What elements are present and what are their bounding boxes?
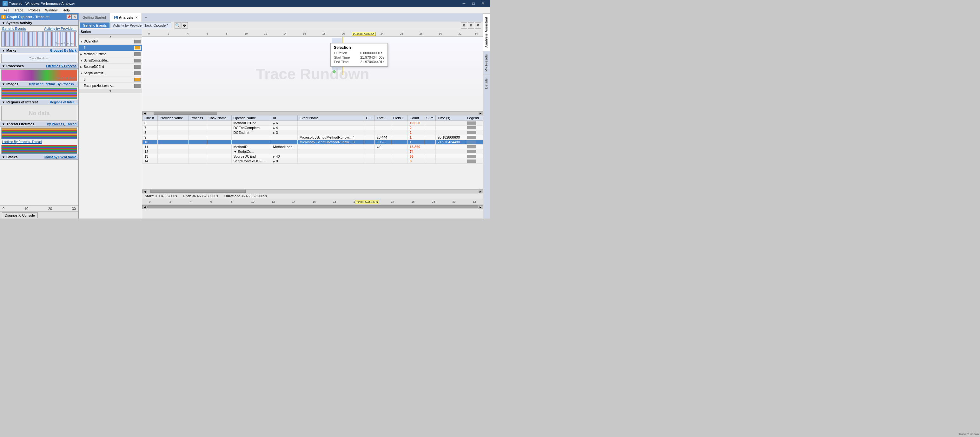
analysis-panel-tile-button[interactable]: ⊟ (468, 22, 474, 28)
table-row[interactable]: 6 MethodDCEnd ▶6 19,050 (143, 120, 483, 125)
series-item-methodruntime[interactable]: ▶ MethodRuntime (79, 51, 142, 57)
col-header-task[interactable]: Task Name (207, 115, 231, 120)
col-header-field1[interactable]: Field 1 (391, 115, 408, 120)
col-header-event[interactable]: Event Name (298, 115, 364, 120)
menu-file[interactable]: File (1, 8, 12, 13)
generic-events-label[interactable]: Generic Events (2, 27, 26, 30)
col-header-sum[interactable]: Sum (424, 115, 436, 120)
diagnostic-console-button[interactable]: Diagnostic Console (2, 212, 38, 218)
activity-by-provider-tab[interactable]: Activity by Provider, Task, Opcode * (110, 22, 171, 28)
series-expand-dcendinit[interactable]: ▼ (80, 40, 84, 43)
series-item-sourcedcend[interactable]: ▶ SourceDCEnd (79, 64, 142, 70)
bottom-scroll-left[interactable]: ◀ (142, 205, 147, 209)
analysis-panel-close-button[interactable]: ✕ (475, 22, 481, 28)
col-header-time[interactable]: Time (s) (436, 115, 465, 120)
panel-pin-button[interactable]: 📌 (66, 14, 72, 19)
search-button[interactable]: 🔍 (175, 22, 181, 28)
series-expand-script[interactable]: ▼ (80, 59, 84, 62)
col-header-legend[interactable]: Legend (465, 115, 483, 120)
sidebar-tab-analysis-assistant[interactable]: Analysis Assistant (483, 13, 490, 51)
table-scrollbar-h[interactable]: ◀ ▶ (142, 189, 483, 193)
series-scroll-up[interactable]: ▲ (79, 35, 142, 38)
subsection-generic-events[interactable]: Generic Events Activity by Provider... (0, 26, 78, 31)
tab-close-icon[interactable]: ✕ (135, 16, 138, 19)
bottom-scroll-right[interactable]: ▶ (478, 205, 483, 209)
table-row[interactable]: 13 SourceDCEnd ▶40 66 (143, 154, 483, 158)
table-row[interactable]: 9 Microsoft-JScript/MethodRunow... 4 23,… (143, 135, 483, 139)
regions-label[interactable]: Regions of Inter... (50, 101, 76, 104)
section-processes[interactable]: ▼ Processes Lifetime By Process (0, 63, 78, 69)
menu-window[interactable]: Window (43, 8, 60, 13)
expand-13[interactable]: ▶ (273, 155, 275, 158)
tab-add-button[interactable]: + (142, 13, 150, 22)
close-button[interactable]: ✕ (479, 0, 487, 7)
table-row-selected[interactable]: 10 Microsoft-JScript/MethodRunow... 3 9,… (143, 139, 483, 144)
series-scroll-down[interactable]: ▼ (79, 89, 142, 93)
series-item-scriptcontext2[interactable]: ▼ ScriptContext... (79, 70, 142, 76)
section-stacks[interactable]: ▼ Stacks Count by Event Name (0, 154, 78, 160)
settings-button[interactable]: ⚙ (181, 22, 188, 28)
col-header-provider[interactable]: Provider Name (158, 115, 189, 120)
series-expand-source[interactable]: ▶ (80, 65, 84, 68)
section-regions[interactable]: ▼ Regions of Interest Regions of Inter..… (0, 100, 78, 105)
table-row[interactable]: 7 DCEndComplete ▶4 2 (143, 125, 483, 130)
menu-profiles[interactable]: Profiles (26, 8, 43, 13)
lifetime-by-process-thread-label[interactable]: Lifetime By Process, Thread (0, 139, 78, 144)
col-header-thread[interactable]: Thre... (374, 115, 391, 120)
panel-close-button[interactable]: ✕ (72, 14, 77, 19)
table-row[interactable]: 8 DCEndInit ▶3 2 (143, 130, 483, 135)
bottom-scrollbar[interactable]: ◀ ▶ (142, 205, 483, 209)
table-scroll-thumb[interactable] (150, 190, 246, 193)
series-item-scriptcontext[interactable]: ▼ ScriptContextRu... (79, 57, 142, 64)
expand-8[interactable]: ▶ (273, 131, 275, 135)
sidebar-tab-my-presets[interactable]: My Presets (483, 51, 490, 75)
series-expand-script2[interactable]: ▼ (80, 72, 84, 75)
by-process-thread-label[interactable]: By Process, Thread (47, 122, 76, 126)
section-images[interactable]: ▼ Images Transient Lifetime By Process..… (0, 81, 78, 87)
restore-button[interactable]: □ (469, 0, 478, 7)
table-row[interactable]: 12 ▼ ScriptCo... 74 (143, 149, 483, 154)
table-row[interactable]: 11 MethodR... MethodLoad ▶9 13,860 (143, 144, 483, 149)
series-item-3[interactable]: 3 (79, 45, 142, 51)
expand-7[interactable]: ▶ (273, 127, 275, 130)
analysis-panel-restore-button[interactable]: ⊞ (461, 22, 467, 28)
menu-trace[interactable]: Trace (12, 8, 26, 13)
ruler-0: 0 (148, 32, 150, 35)
col-header-c[interactable]: C... (364, 115, 374, 120)
series-item-8[interactable]: 8 (79, 76, 142, 83)
expand-11[interactable]: ▶ (377, 146, 379, 149)
table-scroll-area[interactable]: Line # Provider Name Process Task Name O… (142, 115, 483, 190)
tab-analysis[interactable]: 1 Analysis ✕ (110, 13, 142, 22)
section-marks[interactable]: ▼ Marks Grouped By Mark (0, 48, 78, 53)
tab-getting-started[interactable]: Getting Started (79, 13, 110, 22)
expand-14[interactable]: ▶ (273, 160, 275, 163)
series-item-textinput[interactable]: TextInputHost.exe <... (79, 83, 142, 89)
sidebar-tab-details[interactable]: Details (483, 75, 490, 92)
minimize-button[interactable]: ─ (460, 0, 468, 7)
col-header-line[interactable]: Line # (143, 115, 158, 120)
series-item-dcendinit[interactable]: ▼ DCEndInit (79, 38, 142, 45)
grouped-by-mark-label[interactable]: Grouped By Mark (50, 49, 76, 52)
timeline-graph[interactable]: Selection Duration 0.000000001s Start Ti… (142, 37, 483, 111)
menu-help[interactable]: Help (60, 8, 72, 13)
bottom-scroll-track[interactable] (147, 205, 478, 209)
col-header-count[interactable]: Count (407, 115, 424, 120)
col-header-process[interactable]: Process (189, 115, 207, 120)
scrollbar-thumb[interactable] (154, 112, 217, 115)
lifetime-by-process-label[interactable]: Lifetime By Process (46, 64, 76, 68)
timeline-scrollbar[interactable]: ◀ ▶ (142, 111, 483, 115)
col-header-id[interactable]: Id (271, 115, 298, 120)
table-scroll-track[interactable] (147, 190, 478, 193)
activity-by-provider-label[interactable]: Activity by Provider... (44, 27, 76, 30)
section-system-activity[interactable]: ▼ System Activity (0, 20, 78, 26)
bottom-scroll-thumb[interactable] (147, 205, 478, 208)
generic-events-tab[interactable]: Generic Events (80, 22, 110, 28)
section-thread-lifetimes[interactable]: ▼ Thread Lifetimes By Process, Thread (0, 122, 78, 127)
count-by-event-name-label[interactable]: Count by Event Name (44, 155, 76, 159)
scrollbar-track[interactable] (147, 112, 478, 115)
table-row[interactable]: 14 ScriptContextDCE... ▶8 8 (143, 158, 483, 163)
expand-6[interactable]: ▶ (273, 122, 275, 125)
transient-lifetime-label[interactable]: Transient Lifetime By Process... (29, 82, 76, 86)
series-expand-method[interactable]: ▶ (80, 53, 84, 56)
col-header-opcode[interactable]: Opcode Name (231, 115, 271, 120)
